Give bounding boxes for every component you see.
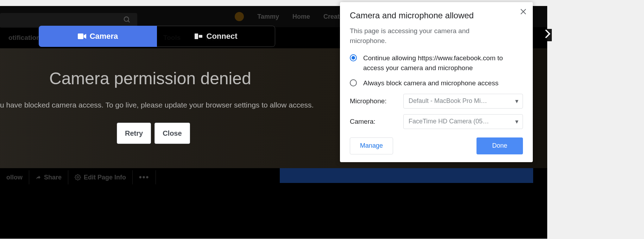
svg-point-0 bbox=[124, 17, 129, 22]
dots-icon: ••• bbox=[139, 173, 149, 182]
chevron-down-icon: ▾ bbox=[515, 97, 518, 105]
action-edit-label: Edit Page Info bbox=[84, 174, 126, 181]
connect-icon bbox=[195, 33, 203, 39]
camera-value: FaceTime HD Camera (05… bbox=[409, 118, 489, 125]
permission-popup: Camera and microphone allowed This page … bbox=[340, 2, 533, 162]
microphone-value: Default - MacBook Pro Mi… bbox=[409, 97, 487, 105]
radio-block-label: Always block camera and microphone acces… bbox=[363, 78, 498, 88]
nav-home[interactable]: Home bbox=[292, 13, 310, 20]
radio-allow-label: Continue allowing https://www.facebook.c… bbox=[363, 53, 518, 73]
close-button[interactable]: Close bbox=[154, 123, 190, 144]
avatar[interactable] bbox=[235, 12, 244, 21]
tab-connect[interactable]: Connect bbox=[157, 26, 275, 47]
popup-title: Camera and microphone allowed bbox=[350, 11, 523, 20]
denied-buttons: Retry Close bbox=[117, 123, 190, 144]
tab-camera-label: Camera bbox=[90, 32, 118, 41]
camera-label: Camera: bbox=[350, 118, 403, 125]
svg-rect-5 bbox=[199, 35, 202, 38]
camera-select[interactable]: FaceTime HD Camera (05… ▾ bbox=[403, 114, 523, 129]
nav-user[interactable]: Tammy bbox=[257, 13, 279, 20]
camera-row: Camera: FaceTime HD Camera (05… ▾ bbox=[350, 114, 523, 129]
denied-title: Camera permission denied bbox=[49, 69, 251, 88]
retry-button[interactable]: Retry bbox=[117, 123, 151, 144]
done-button[interactable]: Done bbox=[476, 137, 523, 154]
tab-camera[interactable]: Camera bbox=[39, 26, 157, 47]
svg-rect-3 bbox=[78, 33, 83, 39]
share-icon bbox=[36, 174, 41, 180]
live-tabs: Camera Connect bbox=[39, 26, 275, 47]
topbar-nav: Tammy Home Create bbox=[235, 6, 343, 27]
microphone-label: Microphone: bbox=[350, 97, 403, 105]
action-more[interactable]: ••• bbox=[133, 170, 156, 184]
radio-option-allow[interactable]: Continue allowing https://www.facebook.c… bbox=[350, 53, 523, 73]
tab-connect-label: Connect bbox=[207, 32, 238, 41]
radio-block[interactable] bbox=[350, 79, 357, 86]
svg-line-1 bbox=[128, 21, 130, 23]
search-icon bbox=[123, 16, 131, 25]
svg-point-2 bbox=[77, 177, 79, 178]
gear-icon bbox=[75, 174, 81, 180]
primary-cta[interactable] bbox=[280, 168, 533, 183]
close-icon[interactable] bbox=[520, 8, 526, 17]
microphone-row: Microphone: Default - MacBook Pro Mi… ▾ bbox=[350, 94, 523, 109]
svg-rect-4 bbox=[195, 33, 198, 39]
action-share[interactable]: Share bbox=[29, 170, 68, 184]
chevron-down-icon: ▾ bbox=[515, 118, 518, 125]
radio-allow[interactable] bbox=[350, 54, 357, 61]
manage-button[interactable]: Manage bbox=[350, 137, 393, 154]
denied-message: u have blocked camera access. To go live… bbox=[0, 101, 327, 109]
action-edit-page[interactable]: Edit Page Info bbox=[68, 170, 133, 184]
popup-footer: Manage Done bbox=[350, 137, 523, 154]
camera-icon bbox=[78, 33, 86, 39]
action-share-label: Share bbox=[44, 174, 62, 181]
radio-option-block[interactable]: Always block camera and microphone acces… bbox=[350, 78, 523, 88]
action-follow-label: ollow bbox=[6, 174, 23, 181]
chevron-right-icon[interactable] bbox=[543, 29, 552, 41]
popup-subtitle: This page is accessing your camera and m… bbox=[350, 26, 501, 45]
microphone-select[interactable]: Default - MacBook Pro Mi… ▾ bbox=[403, 94, 523, 109]
action-follow[interactable]: ollow bbox=[0, 170, 29, 184]
